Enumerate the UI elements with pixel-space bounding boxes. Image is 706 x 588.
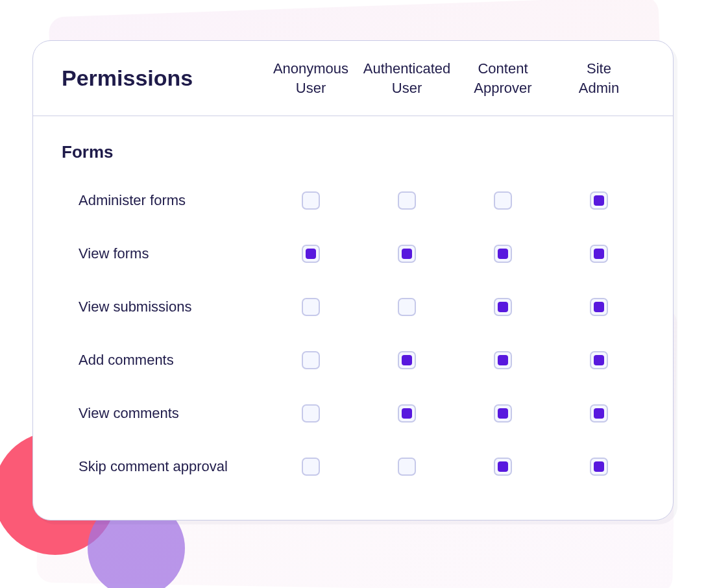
permission-label: Add comments [62,352,263,369]
permission-cell [455,298,551,316]
permission-cell [551,458,647,476]
permission-label: View forms [62,245,263,262]
column-header-site-admin: SiteAdmin [551,59,647,97]
section-heading: Forms [62,142,647,162]
permissions-section-forms: Forms Administer formsView formsView sub… [33,116,673,506]
permission-cell [359,351,455,369]
permission-cell [359,404,455,423]
column-header-content-approver: ContentApprover [455,59,551,97]
permission-checkbox[interactable] [302,404,320,423]
permission-checkbox[interactable] [302,245,320,263]
permission-row: Add comments [62,334,647,387]
permission-checkbox[interactable] [494,404,512,423]
permission-cell [359,191,455,210]
permission-checkbox[interactable] [398,245,416,263]
permission-checkbox[interactable] [494,351,512,369]
permission-cell [551,404,647,423]
permission-cell [263,298,359,316]
permission-cell [455,458,551,476]
column-header-anonymous-user: AnonymousUser [263,59,359,97]
permission-checkbox[interactable] [302,351,320,369]
permission-cell [359,245,455,263]
permission-row: Skip comment approval [62,440,647,493]
permissions-card: Permissions AnonymousUser AuthenticatedU… [32,40,674,521]
permission-row: View forms [62,227,647,280]
permission-row: Administer forms [62,174,647,227]
permission-cell [551,351,647,369]
page-title: Permissions [62,66,263,91]
permission-cell [551,245,647,263]
column-header-authenticated-user: AuthenticatedUser [359,59,455,97]
permission-cell [455,245,551,263]
permissions-rows-container: Administer formsView formsView submissio… [62,174,647,493]
permission-checkbox[interactable] [590,458,608,476]
permission-cell [263,458,359,476]
permission-checkbox[interactable] [302,191,320,210]
permission-cell [455,351,551,369]
permission-label: Skip comment approval [62,458,263,475]
permission-checkbox[interactable] [398,351,416,369]
permission-checkbox[interactable] [398,191,416,210]
permission-cell [263,245,359,263]
permission-cell [263,351,359,369]
permission-row: View submissions [62,280,647,334]
permission-checkbox[interactable] [494,298,512,316]
permission-checkbox[interactable] [494,245,512,263]
permission-cell [551,191,647,210]
permission-label: View comments [62,405,263,422]
permission-checkbox[interactable] [590,298,608,316]
permission-checkbox[interactable] [302,298,320,316]
permission-checkbox[interactable] [302,458,320,476]
permissions-table-header: Permissions AnonymousUser AuthenticatedU… [33,41,673,116]
permission-checkbox[interactable] [590,351,608,369]
permission-cell [455,191,551,210]
permission-cell [263,404,359,423]
permission-cell [551,298,647,316]
permission-checkbox[interactable] [398,404,416,423]
permission-checkbox[interactable] [398,298,416,316]
permission-checkbox[interactable] [494,458,512,476]
permission-label: View submissions [62,299,263,315]
permission-checkbox[interactable] [590,191,608,210]
permission-checkbox[interactable] [590,404,608,423]
permission-row: View comments [62,387,647,440]
permission-cell [263,191,359,210]
permission-checkbox[interactable] [590,245,608,263]
permission-checkbox[interactable] [398,458,416,476]
permission-cell [359,458,455,476]
permission-cell [359,298,455,316]
permission-checkbox[interactable] [494,191,512,210]
permission-cell [455,404,551,423]
permission-label: Administer forms [62,192,263,209]
